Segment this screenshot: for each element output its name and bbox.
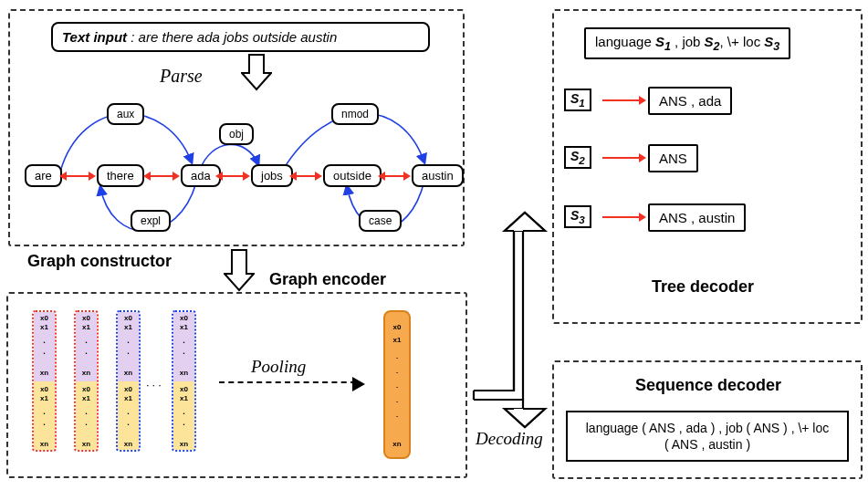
sequence-output-box: language ( ANS , ada ) , job ( ANS ) , \… [566,411,849,462]
graph-constructor-label: Graph constructor [27,252,172,271]
token-outside: outside [323,164,382,187]
bi-arrow-4 [297,175,315,177]
text-input-value: : are there ada jobs outside austin [131,29,337,45]
decoding-arrow [472,108,563,436]
rule-s2-arrow [602,157,639,159]
dep-label-case: case [359,210,402,232]
rule-s1-rhs: ANS , ada [648,87,732,115]
dep-label-obj: obj [219,123,254,145]
rule-s2: S2 [564,146,591,169]
dep-label-nmod: nmod [331,103,379,125]
rule-s3: S3 [564,205,591,228]
rule-s1-arrow [602,99,639,101]
rule-s3-arrow [602,216,639,218]
rule-s2-rhs: ANS [648,144,698,172]
vector-col-4: x0 x1 . . xn x0 x1 . . xn [172,310,196,452]
graph-encoder-label: Graph encoder [269,270,386,289]
pooling-label: Pooling [251,357,306,377]
dep-label-expl: expl [131,210,171,232]
vector-col-2: x0 x1 . . xn x0 x1 . . xn [74,310,99,452]
text-input-label: Text input [62,29,127,45]
pooling-arrow [219,381,356,383]
parse-label: Parse [160,66,203,87]
bi-arrow-1 [67,175,89,177]
constructor-to-encoder-arrow [224,248,255,296]
tree-decoder-label: Tree decoder [652,277,754,297]
parse-arrow [241,53,272,95]
sequence-output-line2: ( ANS , austin ) [664,437,750,452]
tree-root-box: language S1 , job S2, \+ loc S3 [584,27,790,59]
dep-label-aux: aux [107,103,144,125]
token-there: there [97,164,144,187]
sequence-output-line1: language ( ANS , ada ) , job ( ANS ) , \… [586,421,830,435]
token-jobs: jobs [251,164,293,187]
pooled-vector: x0 x1 . . . . . xn [383,310,411,459]
text-input-box: Text input : are there ada jobs outside … [51,22,430,52]
sequence-decoder-label: Sequence decoder [635,376,781,395]
vector-gap-dots: ··· [146,378,164,391]
decoding-label: Decoding [476,429,543,449]
token-austin: austin [412,164,464,187]
token-are: are [25,164,62,187]
bi-arrow-5 [385,175,403,177]
rule-s1: S1 [564,89,591,111]
bi-arrow-3 [223,175,243,177]
vector-col-1: x0 x1 . . xn x0 x1 . . xn [32,310,57,452]
vector-col-3: x0 x1 . . xn x0 x1 . . xn [116,310,141,452]
bi-arrow-2 [151,175,173,177]
rule-s3-rhs: ANS , austin [648,203,746,232]
